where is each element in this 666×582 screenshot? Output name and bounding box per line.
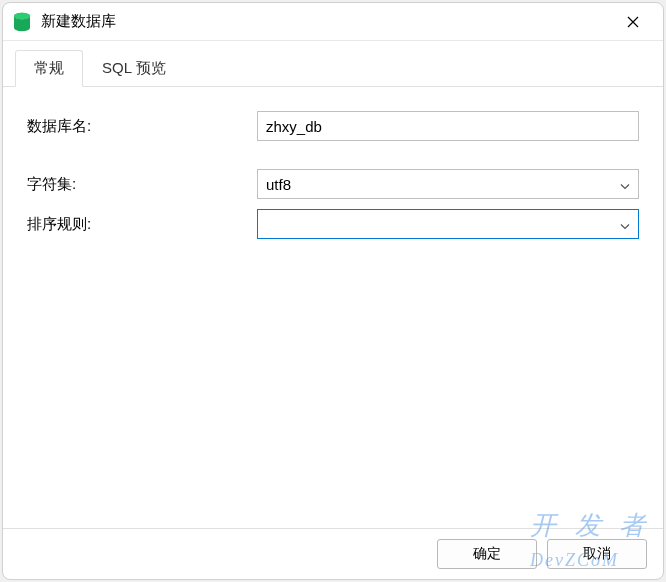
charset-label: 字符集: (27, 175, 257, 194)
tab-bar: 常规 SQL 预览 (3, 49, 663, 87)
db-name-input[interactable] (257, 111, 639, 141)
new-database-dialog: 新建数据库 常规 SQL 预览 数据库名: 字符集: utf8 (2, 2, 664, 580)
charset-select[interactable]: utf8 (257, 169, 639, 199)
collation-select[interactable] (257, 209, 639, 239)
row-collation: 排序规则: (27, 209, 639, 239)
close-button[interactable] (613, 7, 653, 37)
collation-label: 排序规则: (27, 215, 257, 234)
row-db-name: 数据库名: (27, 111, 639, 141)
ok-button[interactable]: 确定 (437, 539, 537, 569)
svg-point-1 (14, 12, 30, 18)
chevron-down-icon (620, 176, 630, 193)
cancel-button[interactable]: 取消 (547, 539, 647, 569)
charset-value: utf8 (266, 176, 291, 193)
row-charset: 字符集: utf8 (27, 169, 639, 199)
tab-sql-preview[interactable]: SQL 预览 (83, 50, 185, 87)
dialog-title: 新建数据库 (41, 12, 613, 31)
chevron-down-icon (620, 216, 630, 233)
database-icon (13, 12, 31, 32)
form-panel: 数据库名: 字符集: utf8 排序规则: (3, 87, 663, 528)
db-name-label: 数据库名: (27, 117, 257, 136)
close-icon (627, 16, 639, 28)
button-bar: 确定 取消 (3, 528, 663, 579)
tab-general[interactable]: 常规 (15, 50, 83, 87)
titlebar: 新建数据库 (3, 3, 663, 41)
